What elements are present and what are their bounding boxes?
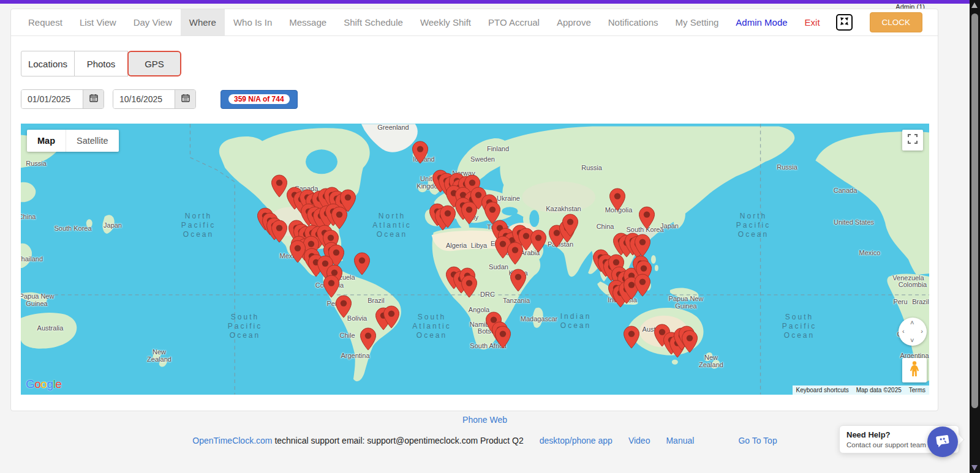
support-text: technical support email: support@opentim… (274, 436, 523, 445)
fullscreen-toggle-button[interactable] (836, 14, 853, 31)
pan-down-icon: ˅ (910, 337, 914, 344)
nav-tabs: RequestList ViewDay ViewWhereWho Is InMe… (20, 9, 829, 35)
main-card: RequestList ViewDay ViewWhereWho Is InMe… (10, 9, 938, 411)
gps-marker[interactable] (507, 242, 524, 267)
nav-tab-message[interactable]: Message (281, 9, 335, 35)
chat-bubble-icon (935, 433, 951, 451)
gps-marker[interactable] (682, 330, 698, 356)
gps-count-button[interactable]: 359 N/A of 744 (221, 90, 298, 109)
footer-support-line: OpenTimeClock.com technical support emai… (0, 436, 970, 445)
calendar-icon (89, 94, 98, 105)
gps-marker[interactable] (530, 229, 547, 255)
nav-tab-exit[interactable]: Exit (796, 9, 829, 35)
gps-marker[interactable] (495, 326, 511, 351)
nav-tab-request[interactable]: Request (20, 9, 71, 35)
start-date-input[interactable] (21, 90, 83, 108)
map-attribution: Keyboard shortcutsMap data ©2025Terms (793, 385, 930, 395)
google-map[interactable]: RussiaChinaSouth KoreaJapanThailandPapua… (21, 124, 929, 395)
gps-marker[interactable] (624, 326, 640, 351)
pan-left-icon: ‹ (902, 327, 905, 335)
nav-tab-notifications[interactable]: Notifications (600, 9, 667, 35)
scrollbar-thumb[interactable] (971, 13, 978, 408)
live-chat-button[interactable] (927, 426, 958, 457)
main-nav: RequestList ViewDay ViewWhereWho Is InMe… (11, 9, 938, 36)
attribution-terms[interactable]: Terms (905, 385, 929, 395)
phone-web-link[interactable]: Phone Web (462, 415, 507, 425)
gps-marker[interactable] (461, 275, 478, 300)
gps-marker[interactable] (635, 274, 651, 299)
attribution-keyboard-shortcuts[interactable]: Keyboard shortcuts (793, 385, 853, 395)
nav-tab-admin-mode[interactable]: Admin Mode (727, 9, 796, 35)
gps-marker[interactable] (336, 295, 352, 321)
subtab-photos[interactable]: Photos (74, 51, 128, 76)
gps-marker[interactable] (562, 214, 579, 239)
gps-marker[interactable] (360, 327, 377, 353)
subtab-locations[interactable]: Locations (21, 51, 75, 76)
nav-tab-list-view[interactable]: List View (71, 9, 125, 35)
gps-marker[interactable] (271, 174, 288, 200)
footer-link-video[interactable]: Video (628, 436, 650, 445)
map-fullscreen-button[interactable] (902, 130, 923, 151)
gps-marker[interactable] (440, 205, 456, 231)
expand-arrows-icon (839, 16, 850, 29)
top-accent-bar (0, 0, 970, 4)
nav-tab-my-setting[interactable]: My Setting (666, 9, 727, 35)
end-date-input[interactable] (113, 90, 175, 108)
footer-links: desktop/phone appVideoManual (540, 436, 710, 445)
map-type-satellite-button[interactable]: Satellite (66, 130, 119, 152)
opentimeclock-link[interactable]: OpenTimeClock.com (192, 436, 272, 445)
start-date-group (21, 89, 104, 109)
gps-marker[interactable] (383, 305, 400, 331)
map-type-control: Map Satellite (27, 130, 119, 152)
attribution-map-data-2025[interactable]: Map data ©2025 (853, 385, 905, 395)
gps-marker[interactable] (639, 206, 655, 232)
go-to-top-link[interactable]: Go To Top (738, 436, 777, 445)
end-date-calendar-button[interactable] (175, 90, 195, 108)
view-subtabs: LocationsPhotosGPS (21, 51, 928, 76)
nav-tab-pto-accrual[interactable]: PTO Accrual (480, 9, 548, 35)
footer-link-desktop-phone-app[interactable]: desktop/phone app (540, 436, 612, 445)
footer-link-manual[interactable]: Manual (666, 436, 694, 445)
filters-row: 359 N/A of 744 (21, 89, 928, 109)
nav-tab-who-is-in[interactable]: Who Is In (225, 9, 281, 35)
gps-marker[interactable] (412, 141, 429, 166)
gps-marker[interactable] (461, 201, 478, 227)
gps-marker[interactable] (331, 206, 348, 232)
nav-tab-weekly-shift[interactable]: Weekly Shift (412, 9, 480, 35)
calendar-icon (181, 94, 190, 105)
street-view-pegman[interactable] (902, 358, 927, 382)
nav-tab-shift-schedule[interactable]: Shift Schedule (335, 9, 412, 35)
nav-tab-where[interactable]: Where (181, 9, 225, 35)
nav-tab-day-view[interactable]: Day View (125, 9, 181, 35)
google-logo[interactable]: Google (26, 378, 61, 391)
pan-up-icon: ˄ (910, 319, 914, 326)
pan-right-icon: › (921, 327, 923, 335)
gps-marker[interactable] (510, 269, 527, 294)
gps-marker[interactable] (609, 188, 626, 214)
fullscreen-icon (908, 134, 918, 146)
nav-tab-approve[interactable]: Approve (548, 9, 600, 35)
start-date-calendar-button[interactable] (83, 90, 104, 108)
pegman-icon (910, 361, 919, 379)
gps-marker[interactable] (271, 220, 288, 245)
end-date-group (113, 89, 196, 109)
clock-button[interactable]: CLOCK (870, 12, 923, 32)
map-pan-control[interactable]: ˄ ˅ ‹ › (899, 318, 927, 346)
world-map-graphic (21, 124, 929, 395)
subtab-gps[interactable]: GPS (127, 51, 181, 76)
gps-count-badge: 359 N/A of 744 (228, 94, 290, 104)
scrollbar-up-arrow-icon[interactable] (971, 2, 978, 8)
page-scrollbar[interactable] (970, 0, 980, 473)
scrollbar-down-arrow-icon[interactable] (971, 465, 978, 471)
gps-marker[interactable] (354, 252, 371, 278)
map-type-map-button[interactable]: Map (27, 130, 66, 152)
